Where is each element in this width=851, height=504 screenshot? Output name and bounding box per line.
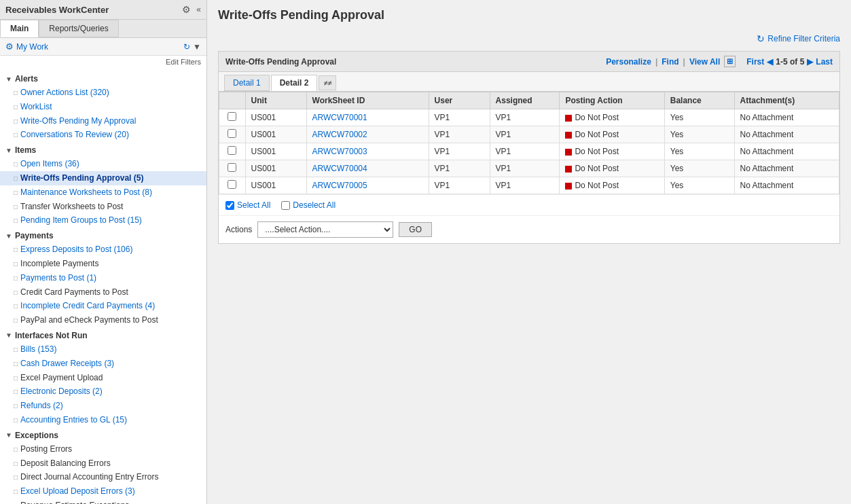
row-assigned: VP1 xyxy=(490,126,560,143)
grid-icon[interactable]: ⊞ xyxy=(724,56,736,67)
sidebar-item-refunds[interactable]: □ Refunds (2) xyxy=(0,399,206,413)
sidebar-item-deposit-balancing: □ Deposit Balancing Errors xyxy=(0,456,206,471)
row-user: VP1 xyxy=(429,177,490,194)
exceptions-arrow: ▼ xyxy=(5,431,12,439)
sidebar-item-cash-drawer[interactable]: □ Cash Drawer Receipts (3) xyxy=(0,357,206,371)
status-dot xyxy=(565,149,572,156)
select-all-checkbox[interactable] xyxy=(225,201,234,210)
sidebar-item-worklist[interactable]: □ WorkList xyxy=(0,100,206,114)
edit-filters[interactable]: Edit Filters xyxy=(0,56,206,68)
my-work-label[interactable]: ⚙ My Work xyxy=(5,41,48,52)
sidebar-item-writeoffs-my-approval[interactable]: □ Write-Offs Pending My Approval xyxy=(0,114,206,128)
item-icon: □ xyxy=(14,374,18,383)
tab-expand-icon[interactable]: ≠≠ xyxy=(319,75,336,90)
row-worksheet-id[interactable]: ARWCW70005 xyxy=(306,177,429,194)
item-icon: □ xyxy=(14,88,18,98)
sidebar-item-accounting-entries[interactable]: □ Accounting Entries to GL (15) xyxy=(0,413,206,427)
sidebar-item-writeoffs-pending[interactable]: □ Write-Offs Pending Approval (5) xyxy=(0,171,206,185)
collapse-icon[interactable]: « xyxy=(196,5,201,14)
row-checkbox[interactable] xyxy=(228,180,236,189)
actions-select[interactable]: ....Select Action.... xyxy=(257,221,393,238)
tab-detail1[interactable]: Detail 1 xyxy=(224,75,270,91)
row-checkbox[interactable] xyxy=(228,129,236,138)
sidebar-item-conversations[interactable]: □ Conversations To Review (20) xyxy=(0,128,206,142)
deselect-all-checkbox[interactable] xyxy=(281,201,290,210)
section-items[interactable]: ▼ Items xyxy=(0,142,206,157)
row-assigned: VP1 xyxy=(490,143,560,160)
item-icon: □ xyxy=(14,416,18,425)
row-posting-action: Do Not Post xyxy=(560,177,664,194)
item-icon: □ xyxy=(14,288,18,298)
row-checkbox[interactable] xyxy=(228,146,236,155)
sidebar-item-express-deposits[interactable]: □ Express Deposits to Post (106) xyxy=(0,242,206,257)
sidebar-tabs: Main Reports/Queries xyxy=(0,20,206,38)
worksheet-link[interactable]: ARWCW70002 xyxy=(312,130,367,139)
item-icon: □ xyxy=(14,216,18,226)
item-icon: □ xyxy=(14,359,18,369)
row-worksheet-id[interactable]: ARWCW70003 xyxy=(306,143,429,160)
last-button[interactable]: Last xyxy=(816,57,833,67)
next-icon[interactable]: ▶ xyxy=(807,57,813,67)
gear-icon[interactable]: ⚙ xyxy=(182,4,191,15)
page-title: Write-Offs Pending Approval xyxy=(207,0,851,28)
row-checkbox-cell[interactable] xyxy=(219,109,246,126)
section-exceptions[interactable]: ▼ Exceptions xyxy=(0,427,206,442)
sidebar-item-incomplete-credit-card[interactable]: □ Incomplete Credit Card Payments (4) xyxy=(0,299,206,313)
table-row: US001 ARWCW70001 VP1 VP1 Do Not Post Yes… xyxy=(219,109,839,126)
deselect-all-label[interactable]: Deselect All xyxy=(281,200,336,210)
row-attachments: No Attachment xyxy=(734,143,839,160)
sidebar-item-bills[interactable]: □ Bills (153) xyxy=(0,342,206,357)
panel-actions: Personalize | Find | View All ⊞ xyxy=(606,56,736,67)
row-worksheet-id[interactable]: ARWCW70004 xyxy=(306,160,429,177)
tab-detail2[interactable]: Detail 2 xyxy=(271,75,318,91)
sidebar-item-credit-card-payments: □ Credit Card Payments to Post xyxy=(0,285,206,300)
row-checkbox[interactable] xyxy=(228,112,236,121)
refine-filter-button[interactable]: ↻ Refine Filter Criteria xyxy=(757,31,840,47)
sidebar-item-excel-upload-errors[interactable]: □ Excel Upload Deposit Errors (3) xyxy=(0,484,206,499)
sidebar-item-posting-errors: □ Posting Errors xyxy=(0,442,206,456)
worksheet-link[interactable]: ARWCW70005 xyxy=(312,181,367,190)
sidebar-item-electronic-deposits[interactable]: □ Electronic Deposits (2) xyxy=(0,384,206,399)
row-checkbox-cell[interactable] xyxy=(219,126,246,143)
sidebar-item-open-items[interactable]: □ Open Items (36) xyxy=(0,157,206,171)
row-checkbox[interactable] xyxy=(228,163,236,172)
sidebar-item-payments-to-post[interactable]: □ Payments to Post (1) xyxy=(0,271,206,285)
prev-icon[interactable]: ◀ xyxy=(767,57,773,67)
first-button[interactable]: First xyxy=(746,57,764,67)
row-worksheet-id[interactable]: ARWCW70002 xyxy=(306,126,429,143)
row-posting-action: Do Not Post xyxy=(560,160,664,177)
row-checkbox-cell[interactable] xyxy=(219,143,246,160)
sidebar-item-maintenance-worksheets[interactable]: □ Maintenance Worksheets to Post (8) xyxy=(0,185,206,200)
panel-header-right: Personalize | Find | View All ⊞ First ◀ … xyxy=(606,56,833,67)
row-worksheet-id[interactable]: ARWCW70001 xyxy=(306,109,429,126)
refresh-icon[interactable]: ↻ xyxy=(183,42,190,52)
item-icon: □ xyxy=(14,316,18,325)
sidebar-item-pending-item-groups[interactable]: □ Pending Item Groups to Post (15) xyxy=(0,213,206,228)
select-all-label[interactable]: Select All xyxy=(225,200,270,210)
status-dot xyxy=(565,166,572,173)
tabs-bar: Detail 1 Detail 2 ≠≠ xyxy=(219,72,839,92)
personalize-link[interactable]: Personalize xyxy=(606,57,651,67)
item-icon: □ xyxy=(14,387,18,397)
section-alerts[interactable]: ▼ Alerts xyxy=(0,71,206,86)
row-checkbox-cell[interactable] xyxy=(219,177,246,194)
row-checkbox-cell[interactable] xyxy=(219,160,246,177)
tab-main[interactable]: Main xyxy=(0,20,39,37)
worksheet-link[interactable]: ARWCW70003 xyxy=(312,147,367,156)
panel-top-bar: ↻ Refine Filter Criteria xyxy=(218,28,840,51)
row-unit: US001 xyxy=(245,160,306,177)
sidebar-item-owner-actions[interactable]: □ Owner Actions List (320) xyxy=(0,86,206,100)
row-assigned: VP1 xyxy=(490,109,560,126)
view-all-link[interactable]: View All xyxy=(689,57,720,67)
worksheet-link[interactable]: ARWCW70001 xyxy=(312,113,367,122)
find-link[interactable]: Find xyxy=(662,57,678,67)
tab-reports-queries[interactable]: Reports/Queries xyxy=(39,20,118,37)
content-area: ↻ Refine Filter Criteria Write-Offs Pend… xyxy=(207,28,851,255)
section-interfaces[interactable]: ▼ Interfaces Not Run xyxy=(0,327,206,342)
options-icon[interactable]: ▼ xyxy=(193,42,201,52)
sidebar-item-incomplete-payments: □ Incomplete Payments xyxy=(0,257,206,271)
go-button[interactable]: GO xyxy=(399,222,432,237)
item-icon: □ xyxy=(14,103,18,112)
section-payments[interactable]: ▼ Payments xyxy=(0,228,206,242)
worksheet-link[interactable]: ARWCW70004 xyxy=(312,164,367,173)
